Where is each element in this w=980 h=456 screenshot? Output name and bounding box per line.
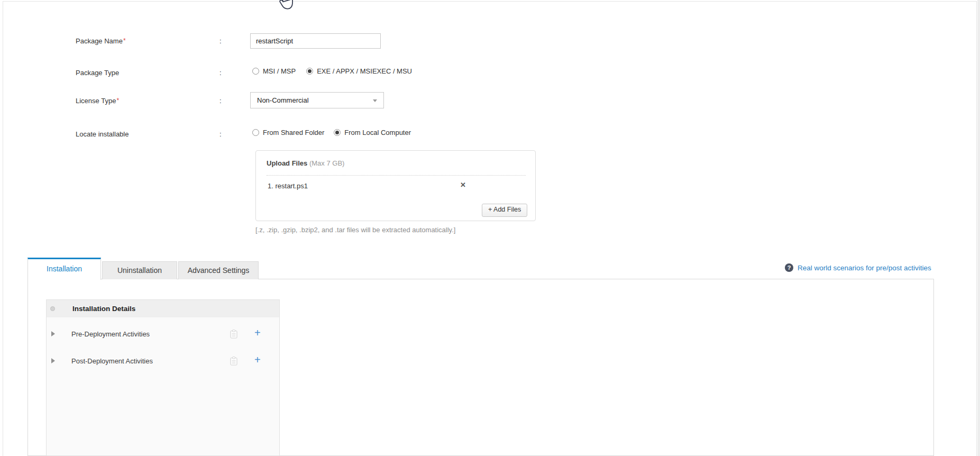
- remove-file-close-icon[interactable]: ✕: [460, 181, 466, 189]
- license-type-label-text: License Type: [76, 97, 116, 105]
- tab-advanced-settings[interactable]: Advanced Settings: [178, 261, 259, 279]
- radio-exe-appx-label: EXE / APPX / MSIEXEC / MSU: [317, 67, 412, 75]
- radio-exe-appx-msiexec-msu[interactable]: EXE / APPX / MSIEXEC / MSU: [306, 67, 412, 75]
- license-type-value: Non-Commercial: [257, 96, 309, 104]
- upload-files-panel: Upload Files (Max 7 GB) 1. restart.ps1 ✕…: [255, 150, 536, 221]
- package-creation-screen: Package Name* : Package Type : MSI / MSP…: [0, 0, 980, 456]
- tab-uninstallation[interactable]: Uninstallation: [102, 261, 177, 279]
- real-world-scenarios-label: Real world scenarios for pre/post activi…: [798, 264, 931, 272]
- real-world-scenarios-link[interactable]: ? Real world scenarios for pre/post acti…: [785, 263, 931, 272]
- add-post-deployment-plus-icon[interactable]: +: [254, 353, 261, 366]
- question-circle-icon: ?: [785, 263, 793, 272]
- add-pre-deployment-plus-icon[interactable]: +: [254, 326, 261, 339]
- expand-arrow-icon[interactable]: [51, 358, 55, 363]
- locate-installable-radio-group: From Shared Folder From Local Computer: [252, 129, 411, 136]
- package-name-label-text: Package Name: [76, 37, 123, 45]
- expand-arrow-icon[interactable]: [51, 331, 55, 336]
- upload-limit-text: (Max 7 GB): [309, 159, 344, 167]
- hand-cursor-icon: [276, 0, 299, 14]
- upload-files-title-text: Upload Files: [267, 159, 307, 167]
- radio-circle-icon[interactable]: [252, 68, 259, 75]
- radio-msi-msp-label: MSI / MSP: [263, 67, 296, 75]
- radio-shared-folder-label: From Shared Folder: [263, 129, 324, 136]
- radio-local-computer-label: From Local Computer: [344, 129, 411, 136]
- installation-details-header: Installation Details: [47, 300, 279, 317]
- required-asterisk: *: [123, 37, 126, 44]
- radio-circle-checked-icon[interactable]: [334, 129, 341, 136]
- package-type-label: Package Type: [76, 69, 119, 77]
- file-index: 1.: [268, 182, 273, 190]
- radio-from-local-computer[interactable]: From Local Computer: [334, 129, 411, 136]
- clipboard-icon[interactable]: [230, 330, 237, 341]
- extract-note: [.z, .zip, .gzip, .bzip2, and .tar files…: [255, 226, 455, 234]
- post-deployment-row: Post-Deployment Activities +: [47, 355, 279, 367]
- pre-deployment-row: Pre-Deployment Activities +: [47, 328, 279, 340]
- field-colon: :: [219, 130, 222, 138]
- pre-deployment-label: Pre-Deployment Activities: [71, 330, 150, 338]
- file-name: restart.ps1: [275, 182, 307, 190]
- field-colon: :: [219, 37, 222, 45]
- required-asterisk: *: [116, 97, 119, 104]
- locate-installable-label: Locate installable: [76, 130, 129, 138]
- chevron-down-icon: [373, 99, 377, 102]
- clipboard-icon[interactable]: [230, 357, 237, 368]
- divider: [267, 175, 526, 176]
- license-type-label: License Type*: [76, 97, 119, 105]
- radio-msi-msp[interactable]: MSI / MSP: [252, 67, 296, 75]
- scrollbar-track[interactable]: [977, 0, 980, 456]
- radio-circle-icon[interactable]: [252, 129, 259, 136]
- field-colon: :: [219, 69, 222, 77]
- field-colon: :: [219, 97, 222, 105]
- uploaded-file-item: 1. restart.ps1: [268, 182, 308, 190]
- package-name-label: Package Name*: [76, 37, 126, 45]
- package-name-input[interactable]: [250, 33, 381, 49]
- installation-details-title: Installation Details: [72, 305, 135, 313]
- radio-from-shared-folder[interactable]: From Shared Folder: [252, 129, 324, 136]
- installation-details-panel: Installation Details Pre-Deployment Acti…: [46, 299, 280, 456]
- upload-files-title: Upload Files (Max 7 GB): [267, 159, 344, 167]
- radio-circle-checked-icon[interactable]: [306, 68, 313, 75]
- post-deployment-label: Post-Deployment Activities: [71, 357, 153, 365]
- bullet-icon: [50, 306, 55, 311]
- add-files-button[interactable]: + Add Files: [482, 204, 527, 217]
- tab-installation[interactable]: Installation: [28, 258, 101, 280]
- package-type-radio-group: MSI / MSP EXE / APPX / MSIEXEC / MSU: [252, 67, 412, 75]
- license-type-select[interactable]: Non-Commercial: [250, 92, 384, 108]
